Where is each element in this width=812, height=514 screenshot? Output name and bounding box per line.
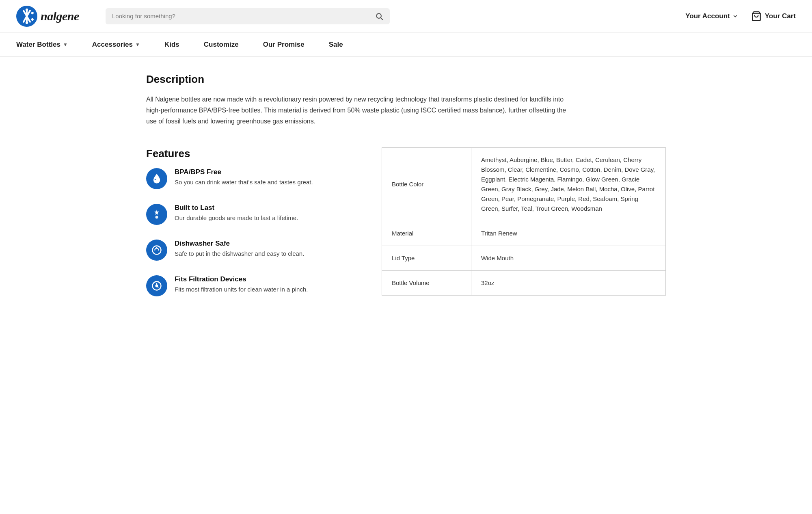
feature-title-durable: Built to Last bbox=[175, 204, 298, 212]
account-label: Your Account bbox=[685, 12, 730, 20]
svg-point-18 bbox=[156, 285, 158, 287]
search-icon bbox=[375, 12, 383, 20]
search-input[interactable] bbox=[112, 13, 371, 19]
spec-value-volume: 32oz bbox=[471, 271, 665, 295]
spec-label-volume: Bottle Volume bbox=[382, 271, 471, 295]
svg-point-13 bbox=[155, 179, 156, 180]
feature-desc-bpa: So you can drink water that's safe and t… bbox=[175, 178, 313, 187]
feature-desc-dishwasher: Safe to put in the dishwasher and easy t… bbox=[175, 249, 304, 259]
description-title: Description bbox=[146, 73, 666, 86]
spec-value-color: Amethyst, Aubergine, Blue, Butter, Cadet… bbox=[471, 148, 665, 221]
spec-value-material: Tritan Renew bbox=[471, 221, 665, 246]
svg-point-10 bbox=[376, 13, 381, 18]
chevron-down-icon: ▼ bbox=[63, 42, 68, 48]
spec-row-lid: Lid Type Wide Mouth bbox=[382, 246, 665, 271]
spec-row-material: Material Tritan Renew bbox=[382, 221, 665, 246]
filtration-icon bbox=[146, 275, 167, 296]
spec-row-volume: Bottle Volume 32oz bbox=[382, 271, 665, 295]
nav-item-water-bottles[interactable]: Water Bottles ▼ bbox=[16, 32, 80, 56]
cart-label: Your Cart bbox=[765, 12, 796, 20]
feature-desc-durable: Our durable goods are made to last a lif… bbox=[175, 214, 298, 223]
chevron-down-icon bbox=[732, 13, 738, 19]
svg-point-14 bbox=[155, 216, 158, 218]
features-section: Features BPA/BPS Free So you can drink w… bbox=[146, 147, 382, 311]
dishwasher-icon bbox=[146, 240, 167, 261]
search-bar[interactable] bbox=[106, 8, 390, 24]
feature-title-filtration: Fits Filtration Devices bbox=[175, 275, 308, 283]
spec-row-color: Bottle Color Amethyst, Aubergine, Blue, … bbox=[382, 148, 665, 221]
header: nalgene Your Account Your Cart bbox=[0, 0, 812, 32]
feature-item-bpa: BPA/BPS Free So you can drink water that… bbox=[146, 168, 357, 189]
nav-item-sale[interactable]: Sale bbox=[317, 32, 355, 56]
spec-value-lid: Wide Mouth bbox=[471, 246, 665, 270]
nav-item-kids[interactable]: Kids bbox=[152, 32, 192, 56]
features-title: Features bbox=[146, 147, 357, 160]
logo-icon bbox=[16, 6, 37, 27]
feature-text-bpa: BPA/BPS Free So you can drink water that… bbox=[175, 168, 313, 187]
durable-icon bbox=[146, 204, 167, 225]
feature-item-durable: Built to Last Our durable goods are made… bbox=[146, 204, 357, 225]
cart-icon bbox=[751, 11, 762, 22]
feature-text-dishwasher: Dishwasher Safe Safe to put in the dishw… bbox=[175, 240, 304, 259]
main-content: Description All Nalgene bottles are now … bbox=[122, 57, 690, 327]
header-right: Your Account Your Cart bbox=[685, 11, 796, 22]
specs-section: Bottle Color Amethyst, Aubergine, Blue, … bbox=[382, 147, 666, 296]
feature-desc-filtration: Fits most filtration units for clean wat… bbox=[175, 285, 308, 294]
main-nav: Water Bottles ▼ Accessories ▼ Kids Custo… bbox=[0, 32, 812, 57]
svg-line-11 bbox=[381, 18, 383, 20]
logo-area: nalgene bbox=[16, 6, 97, 27]
logo-text: nalgene bbox=[41, 9, 79, 23]
bpa-icon bbox=[146, 168, 167, 189]
spec-label-lid: Lid Type bbox=[382, 246, 471, 270]
feature-item-filtration: Fits Filtration Devices Fits most filtra… bbox=[146, 275, 357, 296]
nav-item-customize[interactable]: Customize bbox=[192, 32, 251, 56]
chevron-down-icon: ▼ bbox=[135, 42, 140, 48]
feature-text-filtration: Fits Filtration Devices Fits most filtra… bbox=[175, 275, 308, 294]
feature-text-durable: Built to Last Our durable goods are made… bbox=[175, 204, 298, 223]
features-specs-row: Features BPA/BPS Free So you can drink w… bbox=[146, 147, 666, 311]
feature-item-dishwasher: Dishwasher Safe Safe to put in the dishw… bbox=[146, 240, 357, 261]
description-text: All Nalgene bottles are now made with a … bbox=[146, 94, 572, 127]
nav-item-accessories[interactable]: Accessories ▼ bbox=[80, 32, 152, 56]
feature-title-bpa: BPA/BPS Free bbox=[175, 168, 313, 176]
svg-point-15 bbox=[153, 246, 161, 254]
spec-label-material: Material bbox=[382, 221, 471, 246]
account-button[interactable]: Your Account bbox=[685, 12, 738, 20]
feature-title-dishwasher: Dishwasher Safe bbox=[175, 240, 304, 248]
description-section: Description All Nalgene bottles are now … bbox=[146, 73, 666, 127]
spec-label-color: Bottle Color bbox=[382, 148, 471, 221]
cart-button[interactable]: Your Cart bbox=[751, 11, 796, 22]
nav-item-our-promise[interactable]: Our Promise bbox=[251, 32, 317, 56]
